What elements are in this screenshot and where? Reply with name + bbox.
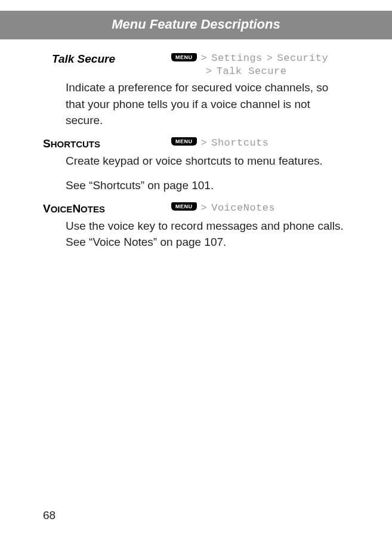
title-rest: HORTCUTS <box>51 139 100 149</box>
nav-path-container: MENU > VoiceNotes <box>171 202 349 214</box>
menu-key-icon: MENU <box>171 202 197 211</box>
section-shortcuts: SHORTCUTS MENU > Shortcuts Create keypad… <box>43 137 349 194</box>
body-text-shortcuts-1: Create keypad or voice shortcuts to menu… <box>43 153 349 169</box>
nav-path-line: MENU > Settings > Security <box>171 53 349 64</box>
section-voicenotes: VOICENOTES MENU > VoiceNotes Use the voi… <box>43 202 349 251</box>
feature-title-talk-secure: Talk Secure <box>43 53 171 66</box>
nav-path-line: MENU > VoiceNotes <box>171 202 349 214</box>
section-talk-secure: Talk Secure MENU > Settings > Security >… <box>43 53 349 129</box>
separator: > <box>201 53 208 64</box>
path-security: Security <box>277 53 329 64</box>
feature-row: VOICENOTES MENU > VoiceNotes <box>43 202 349 215</box>
nav-path-container: MENU > Settings > Security > Talk Secure <box>171 53 349 77</box>
feature-row: SHORTCUTS MENU > Shortcuts <box>43 137 349 150</box>
body-text-voicenotes: Use the voice key to record messages and… <box>43 218 349 251</box>
separator: > <box>201 202 208 214</box>
title-first-char: S <box>43 137 51 150</box>
title-first-char: N <box>72 202 81 215</box>
page-title: Menu Feature Descriptions <box>112 17 280 32</box>
page-header: Menu Feature Descriptions <box>0 11 392 39</box>
path-voicenotes: VoiceNotes <box>211 202 275 214</box>
title-rest: OICE <box>51 204 73 214</box>
body-text-shortcuts-2: See “Shortcuts” on page 101. <box>43 177 349 194</box>
separator: > <box>206 66 212 77</box>
path-talk-secure: Talk Secure <box>217 66 287 77</box>
feature-title-shortcuts: SHORTCUTS <box>43 137 171 150</box>
feature-title-voicenotes: VOICENOTES <box>43 202 171 215</box>
path-shortcuts: Shortcuts <box>211 137 268 149</box>
feature-row: Talk Secure MENU > Settings > Security >… <box>43 53 349 77</box>
path-settings: Settings <box>211 53 263 64</box>
separator: > <box>267 53 273 64</box>
body-text-talk-secure: Indicate a preference for secured voice … <box>43 79 349 129</box>
title-rest: OTES <box>81 204 105 214</box>
content-area: Talk Secure MENU > Settings > Security >… <box>0 39 392 251</box>
separator: > <box>201 137 208 149</box>
nav-path-container: MENU > Shortcuts <box>171 137 349 149</box>
nav-path-line: MENU > Shortcuts <box>171 137 349 149</box>
title-first-char: V <box>43 202 51 215</box>
menu-key-icon: MENU <box>171 53 197 61</box>
nav-path-line: > Talk Secure <box>171 66 349 77</box>
menu-key-icon: MENU <box>171 137 197 146</box>
page-number: 68 <box>43 509 55 522</box>
